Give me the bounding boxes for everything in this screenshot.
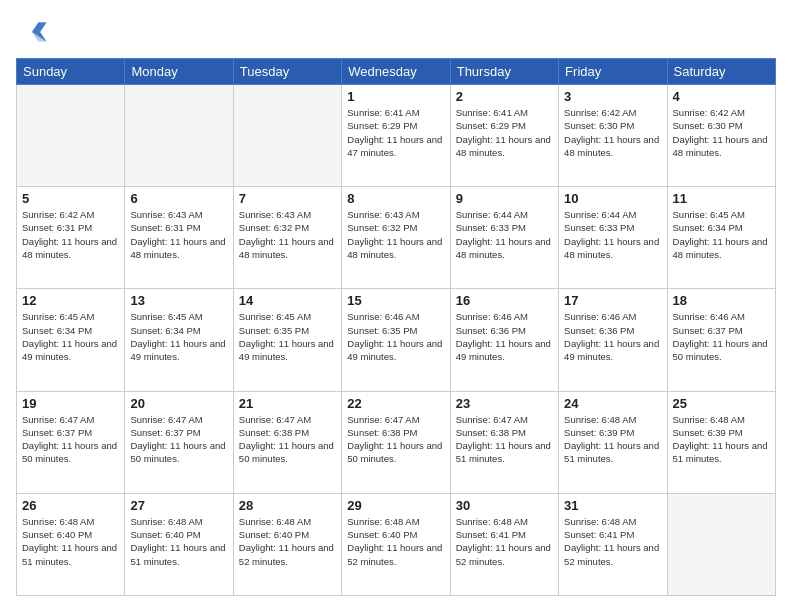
calendar-cell: 28Sunrise: 6:48 AMSunset: 6:40 PMDayligh… bbox=[233, 493, 341, 595]
day-number: 5 bbox=[22, 191, 119, 206]
calendar-cell bbox=[667, 493, 775, 595]
day-info: Sunrise: 6:48 AMSunset: 6:40 PMDaylight:… bbox=[130, 515, 227, 568]
week-row-4: 19Sunrise: 6:47 AMSunset: 6:37 PMDayligh… bbox=[17, 391, 776, 493]
calendar-cell: 9Sunrise: 6:44 AMSunset: 6:33 PMDaylight… bbox=[450, 187, 558, 289]
header bbox=[16, 16, 776, 48]
day-info: Sunrise: 6:45 AMSunset: 6:34 PMDaylight:… bbox=[22, 310, 119, 363]
day-info: Sunrise: 6:48 AMSunset: 6:40 PMDaylight:… bbox=[22, 515, 119, 568]
day-info: Sunrise: 6:48 AMSunset: 6:40 PMDaylight:… bbox=[239, 515, 336, 568]
calendar-cell: 3Sunrise: 6:42 AMSunset: 6:30 PMDaylight… bbox=[559, 85, 667, 187]
day-number: 3 bbox=[564, 89, 661, 104]
calendar-cell: 25Sunrise: 6:48 AMSunset: 6:39 PMDayligh… bbox=[667, 391, 775, 493]
day-number: 2 bbox=[456, 89, 553, 104]
day-info: Sunrise: 6:47 AMSunset: 6:38 PMDaylight:… bbox=[347, 413, 444, 466]
calendar-cell: 13Sunrise: 6:45 AMSunset: 6:34 PMDayligh… bbox=[125, 289, 233, 391]
day-info: Sunrise: 6:43 AMSunset: 6:31 PMDaylight:… bbox=[130, 208, 227, 261]
day-number: 8 bbox=[347, 191, 444, 206]
calendar-cell: 2Sunrise: 6:41 AMSunset: 6:29 PMDaylight… bbox=[450, 85, 558, 187]
day-number: 11 bbox=[673, 191, 770, 206]
col-header-thursday: Thursday bbox=[450, 59, 558, 85]
calendar-cell: 16Sunrise: 6:46 AMSunset: 6:36 PMDayligh… bbox=[450, 289, 558, 391]
calendar-cell: 12Sunrise: 6:45 AMSunset: 6:34 PMDayligh… bbox=[17, 289, 125, 391]
week-row-2: 5Sunrise: 6:42 AMSunset: 6:31 PMDaylight… bbox=[17, 187, 776, 289]
svg-marker-1 bbox=[32, 22, 46, 41]
calendar-cell: 7Sunrise: 6:43 AMSunset: 6:32 PMDaylight… bbox=[233, 187, 341, 289]
calendar-cell: 8Sunrise: 6:43 AMSunset: 6:32 PMDaylight… bbox=[342, 187, 450, 289]
day-number: 14 bbox=[239, 293, 336, 308]
day-info: Sunrise: 6:48 AMSunset: 6:41 PMDaylight:… bbox=[564, 515, 661, 568]
page: SundayMondayTuesdayWednesdayThursdayFrid… bbox=[0, 0, 792, 612]
col-header-tuesday: Tuesday bbox=[233, 59, 341, 85]
day-number: 7 bbox=[239, 191, 336, 206]
day-number: 9 bbox=[456, 191, 553, 206]
col-header-saturday: Saturday bbox=[667, 59, 775, 85]
day-number: 1 bbox=[347, 89, 444, 104]
calendar-cell: 10Sunrise: 6:44 AMSunset: 6:33 PMDayligh… bbox=[559, 187, 667, 289]
calendar-cell: 1Sunrise: 6:41 AMSunset: 6:29 PMDaylight… bbox=[342, 85, 450, 187]
calendar-cell: 21Sunrise: 6:47 AMSunset: 6:38 PMDayligh… bbox=[233, 391, 341, 493]
calendar-cell: 6Sunrise: 6:43 AMSunset: 6:31 PMDaylight… bbox=[125, 187, 233, 289]
day-number: 26 bbox=[22, 498, 119, 513]
day-info: Sunrise: 6:42 AMSunset: 6:30 PMDaylight:… bbox=[564, 106, 661, 159]
logo bbox=[16, 16, 52, 48]
day-info: Sunrise: 6:48 AMSunset: 6:41 PMDaylight:… bbox=[456, 515, 553, 568]
day-number: 31 bbox=[564, 498, 661, 513]
week-row-5: 26Sunrise: 6:48 AMSunset: 6:40 PMDayligh… bbox=[17, 493, 776, 595]
day-number: 6 bbox=[130, 191, 227, 206]
day-info: Sunrise: 6:47 AMSunset: 6:37 PMDaylight:… bbox=[130, 413, 227, 466]
calendar-cell: 19Sunrise: 6:47 AMSunset: 6:37 PMDayligh… bbox=[17, 391, 125, 493]
day-info: Sunrise: 6:41 AMSunset: 6:29 PMDaylight:… bbox=[347, 106, 444, 159]
day-info: Sunrise: 6:47 AMSunset: 6:38 PMDaylight:… bbox=[456, 413, 553, 466]
calendar-header-row: SundayMondayTuesdayWednesdayThursdayFrid… bbox=[17, 59, 776, 85]
day-info: Sunrise: 6:48 AMSunset: 6:40 PMDaylight:… bbox=[347, 515, 444, 568]
day-number: 17 bbox=[564, 293, 661, 308]
col-header-friday: Friday bbox=[559, 59, 667, 85]
logo-icon bbox=[16, 16, 48, 48]
day-number: 16 bbox=[456, 293, 553, 308]
col-header-sunday: Sunday bbox=[17, 59, 125, 85]
day-number: 29 bbox=[347, 498, 444, 513]
day-info: Sunrise: 6:45 AMSunset: 6:34 PMDaylight:… bbox=[673, 208, 770, 261]
calendar-cell: 15Sunrise: 6:46 AMSunset: 6:35 PMDayligh… bbox=[342, 289, 450, 391]
day-info: Sunrise: 6:47 AMSunset: 6:37 PMDaylight:… bbox=[22, 413, 119, 466]
day-number: 20 bbox=[130, 396, 227, 411]
day-number: 23 bbox=[456, 396, 553, 411]
day-info: Sunrise: 6:48 AMSunset: 6:39 PMDaylight:… bbox=[564, 413, 661, 466]
day-number: 30 bbox=[456, 498, 553, 513]
day-info: Sunrise: 6:42 AMSunset: 6:30 PMDaylight:… bbox=[673, 106, 770, 159]
col-header-monday: Monday bbox=[125, 59, 233, 85]
calendar-cell bbox=[125, 85, 233, 187]
calendar-cell: 5Sunrise: 6:42 AMSunset: 6:31 PMDaylight… bbox=[17, 187, 125, 289]
day-info: Sunrise: 6:46 AMSunset: 6:35 PMDaylight:… bbox=[347, 310, 444, 363]
calendar-cell: 26Sunrise: 6:48 AMSunset: 6:40 PMDayligh… bbox=[17, 493, 125, 595]
calendar-cell: 20Sunrise: 6:47 AMSunset: 6:37 PMDayligh… bbox=[125, 391, 233, 493]
day-number: 18 bbox=[673, 293, 770, 308]
col-header-wednesday: Wednesday bbox=[342, 59, 450, 85]
day-number: 10 bbox=[564, 191, 661, 206]
day-info: Sunrise: 6:48 AMSunset: 6:39 PMDaylight:… bbox=[673, 413, 770, 466]
day-info: Sunrise: 6:41 AMSunset: 6:29 PMDaylight:… bbox=[456, 106, 553, 159]
day-number: 21 bbox=[239, 396, 336, 411]
calendar-cell: 29Sunrise: 6:48 AMSunset: 6:40 PMDayligh… bbox=[342, 493, 450, 595]
calendar-cell: 11Sunrise: 6:45 AMSunset: 6:34 PMDayligh… bbox=[667, 187, 775, 289]
day-info: Sunrise: 6:46 AMSunset: 6:36 PMDaylight:… bbox=[564, 310, 661, 363]
calendar-cell: 14Sunrise: 6:45 AMSunset: 6:35 PMDayligh… bbox=[233, 289, 341, 391]
day-number: 24 bbox=[564, 396, 661, 411]
day-number: 25 bbox=[673, 396, 770, 411]
day-number: 13 bbox=[130, 293, 227, 308]
calendar-cell bbox=[17, 85, 125, 187]
day-number: 4 bbox=[673, 89, 770, 104]
calendar-cell: 27Sunrise: 6:48 AMSunset: 6:40 PMDayligh… bbox=[125, 493, 233, 595]
calendar-cell: 23Sunrise: 6:47 AMSunset: 6:38 PMDayligh… bbox=[450, 391, 558, 493]
day-info: Sunrise: 6:45 AMSunset: 6:35 PMDaylight:… bbox=[239, 310, 336, 363]
calendar-cell bbox=[233, 85, 341, 187]
day-info: Sunrise: 6:43 AMSunset: 6:32 PMDaylight:… bbox=[239, 208, 336, 261]
day-info: Sunrise: 6:46 AMSunset: 6:36 PMDaylight:… bbox=[456, 310, 553, 363]
week-row-1: 1Sunrise: 6:41 AMSunset: 6:29 PMDaylight… bbox=[17, 85, 776, 187]
week-row-3: 12Sunrise: 6:45 AMSunset: 6:34 PMDayligh… bbox=[17, 289, 776, 391]
calendar-table: SundayMondayTuesdayWednesdayThursdayFrid… bbox=[16, 58, 776, 596]
calendar-cell: 18Sunrise: 6:46 AMSunset: 6:37 PMDayligh… bbox=[667, 289, 775, 391]
day-info: Sunrise: 6:47 AMSunset: 6:38 PMDaylight:… bbox=[239, 413, 336, 466]
calendar-cell: 4Sunrise: 6:42 AMSunset: 6:30 PMDaylight… bbox=[667, 85, 775, 187]
day-info: Sunrise: 6:44 AMSunset: 6:33 PMDaylight:… bbox=[456, 208, 553, 261]
